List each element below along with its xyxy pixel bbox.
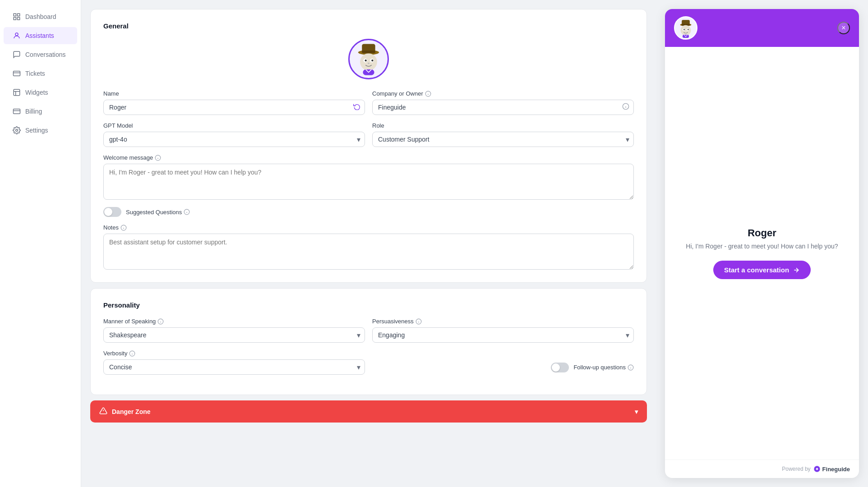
chat-header-avatar xyxy=(674,16,697,40)
svg-point-10 xyxy=(16,129,18,132)
gpt-role-row: GPT Model gpt-4o gpt-3.5-turbo gpt-4 ▾ R… xyxy=(103,122,634,147)
settings-icon xyxy=(13,126,21,134)
role-select-wrapper: Customer Support Sales Support ▾ xyxy=(372,132,634,147)
sidebar-item-widgets[interactable]: Widgets xyxy=(4,84,77,101)
fineguide-logo: Fineguide xyxy=(813,465,850,473)
company-input[interactable] xyxy=(372,100,634,115)
persuasiveness-select[interactable]: Engaging Neutral Assertive xyxy=(372,327,634,343)
sidebar-item-settings[interactable]: Settings xyxy=(4,122,77,139)
svg-point-17 xyxy=(365,60,367,61)
welcome-textarea[interactable] xyxy=(103,164,634,200)
ticket-icon xyxy=(13,69,21,78)
role-select[interactable]: Customer Support Sales Support xyxy=(372,132,634,147)
name-input[interactable] xyxy=(103,100,365,115)
verbosity-select[interactable]: Concise Normal Verbose xyxy=(103,359,365,375)
danger-zone-label: Danger Zone xyxy=(112,408,151,415)
sidebar-label-billing: Billing xyxy=(25,108,42,115)
toggle-knob xyxy=(104,208,112,216)
gpt-select-wrapper: gpt-4o gpt-3.5-turbo gpt-4 ▾ xyxy=(103,132,365,147)
followup-info-icon xyxy=(628,364,634,371)
followup-toggle-knob xyxy=(552,363,560,372)
persuasiveness-select-wrapper: Engaging Neutral Assertive ▾ xyxy=(372,327,634,343)
svg-rect-13 xyxy=(362,51,375,53)
name-company-row: Name Company or Owner xyxy=(103,90,634,115)
chat-close-button[interactable]: × xyxy=(837,22,850,34)
suggested-info-icon xyxy=(184,209,190,215)
company-input-wrapper xyxy=(372,100,634,115)
svg-rect-58 xyxy=(683,35,689,38)
svg-point-18 xyxy=(371,60,373,61)
sidebar-item-tickets[interactable]: Tickets xyxy=(4,65,77,82)
role-label: Role xyxy=(372,122,634,129)
refresh-icon[interactable] xyxy=(353,103,360,112)
powered-by-label: Powered by xyxy=(782,466,810,472)
bot-icon xyxy=(13,32,21,40)
fineguide-logo-icon xyxy=(813,465,821,473)
chat-icon xyxy=(13,51,21,59)
gpt-select[interactable]: gpt-4o gpt-3.5-turbo gpt-4 xyxy=(103,132,365,147)
svg-rect-1 xyxy=(18,14,20,16)
verbosity-info-icon xyxy=(129,350,135,357)
main-content: General xyxy=(81,0,656,487)
gpt-group: GPT Model gpt-4o gpt-3.5-turbo gpt-4 ▾ xyxy=(103,122,365,147)
persuasiveness-info-icon xyxy=(416,318,422,325)
chat-welcome-text: Hi, I'm Roger - great to meet you! How c… xyxy=(686,243,838,250)
name-group: Name xyxy=(103,90,365,115)
start-conversation-button[interactable]: Start a conversation xyxy=(713,261,811,279)
svg-point-56 xyxy=(683,29,685,30)
verbosity-followup-row: Verbosity Concise Normal Verbose ▾ xyxy=(103,350,634,375)
verbosity-select-wrapper: Concise Normal Verbose ▾ xyxy=(103,359,365,375)
manner-persuasiveness-row: Manner of Speaking Shakespeare Formal Ca… xyxy=(103,318,634,343)
followup-label: Follow-up questions xyxy=(573,364,634,371)
sidebar-item-assistants[interactable]: Assistants xyxy=(4,27,77,44)
svg-rect-0 xyxy=(14,14,16,16)
danger-chevron-icon: ▾ xyxy=(635,408,638,415)
svg-point-4 xyxy=(15,33,18,36)
notes-label: Notes xyxy=(103,224,634,231)
general-title: General xyxy=(103,22,634,30)
suggested-label: Suggested Questions xyxy=(126,209,190,216)
verbosity-label: Verbosity xyxy=(103,350,365,357)
chat-footer: Powered by Fineguide xyxy=(665,459,859,478)
sidebar-label-assistants: Assistants xyxy=(25,32,54,39)
sidebar-label-tickets: Tickets xyxy=(25,70,45,77)
persuasiveness-group: Persuasiveness Engaging Neutral Assertiv… xyxy=(372,318,634,343)
company-group: Company or Owner xyxy=(372,90,634,115)
arrow-right-icon xyxy=(793,266,800,274)
sidebar: Dashboard Assistants Conversations Ticke… xyxy=(0,0,81,487)
grid-icon xyxy=(13,13,21,21)
notes-info-icon xyxy=(120,225,127,231)
suggested-questions-toggle[interactable] xyxy=(103,207,121,217)
personality-title: Personality xyxy=(103,301,634,309)
billing-icon xyxy=(13,107,21,115)
manner-info-icon xyxy=(157,318,164,325)
manner-label: Manner of Speaking xyxy=(103,318,365,325)
sidebar-item-conversations[interactable]: Conversations xyxy=(4,46,77,63)
company-info-icon xyxy=(425,91,431,97)
name-label: Name xyxy=(103,90,365,97)
sidebar-label-dashboard: Dashboard xyxy=(25,13,56,20)
sidebar-item-billing[interactable]: Billing xyxy=(4,103,77,120)
followup-toggle[interactable] xyxy=(551,363,569,372)
preview-panel: × Roger Hi, I'm Roger - great to meet yo… xyxy=(656,0,868,487)
svg-rect-2 xyxy=(14,18,16,20)
warning-icon xyxy=(99,407,107,416)
danger-zone[interactable]: Danger Zone ▾ xyxy=(90,400,647,423)
general-card: General xyxy=(90,9,647,283)
notes-textarea[interactable] xyxy=(103,234,634,270)
chat-bot-name: Roger xyxy=(748,227,776,239)
sidebar-item-dashboard[interactable]: Dashboard xyxy=(4,8,77,25)
company-label: Company or Owner xyxy=(372,90,634,97)
avatar[interactable] xyxy=(348,39,389,79)
svg-rect-8 xyxy=(14,109,20,114)
widget-icon xyxy=(13,88,21,96)
svg-point-19 xyxy=(368,63,369,64)
company-info-btn[interactable] xyxy=(622,103,629,112)
welcome-label: Welcome message xyxy=(103,154,634,161)
manner-select[interactable]: Shakespeare Formal Casual xyxy=(103,327,365,343)
chat-preview: × Roger Hi, I'm Roger - great to meet yo… xyxy=(665,9,859,478)
sidebar-label-conversations: Conversations xyxy=(25,51,66,58)
svg-point-14 xyxy=(360,53,377,70)
persuasiveness-label: Persuasiveness xyxy=(372,318,634,325)
gpt-label: GPT Model xyxy=(103,122,365,129)
